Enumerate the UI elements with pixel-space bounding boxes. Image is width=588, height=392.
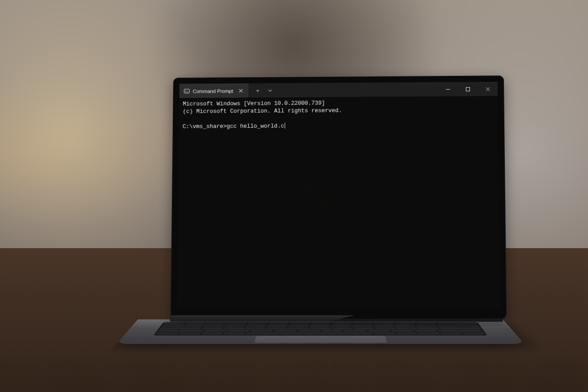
laptop-base — [116, 319, 525, 344]
close-button[interactable] — [478, 82, 498, 96]
banner-line-2: (c) Microsoft Corporation. All rights re… — [183, 108, 342, 115]
tab-close-button[interactable] — [237, 87, 244, 95]
laptop-screen-module: Command Prompt + — [170, 75, 507, 320]
tabbar-actions: + — [249, 83, 278, 97]
window-titlebar[interactable]: Command Prompt + — [179, 82, 498, 98]
cmd-icon — [184, 88, 190, 94]
titlebar-drag-region[interactable] — [278, 82, 438, 97]
prompt: C:\vms_share> — [182, 123, 226, 130]
keyboard — [153, 322, 487, 335]
command-input[interactable]: gcc hello_world.c — [226, 123, 284, 129]
terminal-window: Command Prompt + — [177, 82, 500, 310]
laptop-screen: Command Prompt + — [177, 82, 500, 310]
tab-dropdown-button[interactable] — [265, 85, 275, 95]
banner-line-1: Microsoft Windows [Version 10.0.22000.73… — [183, 100, 325, 107]
minimize-button[interactable] — [438, 82, 458, 96]
new-tab-button[interactable]: + — [253, 85, 263, 95]
text-cursor — [285, 122, 285, 128]
maximize-button[interactable] — [458, 82, 478, 96]
tab-command-prompt[interactable]: Command Prompt — [179, 83, 249, 98]
terminal-output-area[interactable]: Microsoft Windows [Version 10.0.22000.73… — [177, 96, 500, 310]
laptop: Command Prompt + — [115, 60, 528, 391]
tab-title: Command Prompt — [193, 88, 234, 94]
desktop-wallpaper — [177, 82, 500, 310]
trackpad — [254, 336, 387, 343]
svg-rect-3 — [466, 87, 469, 91]
svg-rect-0 — [184, 89, 189, 93]
laptop-screen-bezel: Command Prompt + — [170, 75, 507, 320]
